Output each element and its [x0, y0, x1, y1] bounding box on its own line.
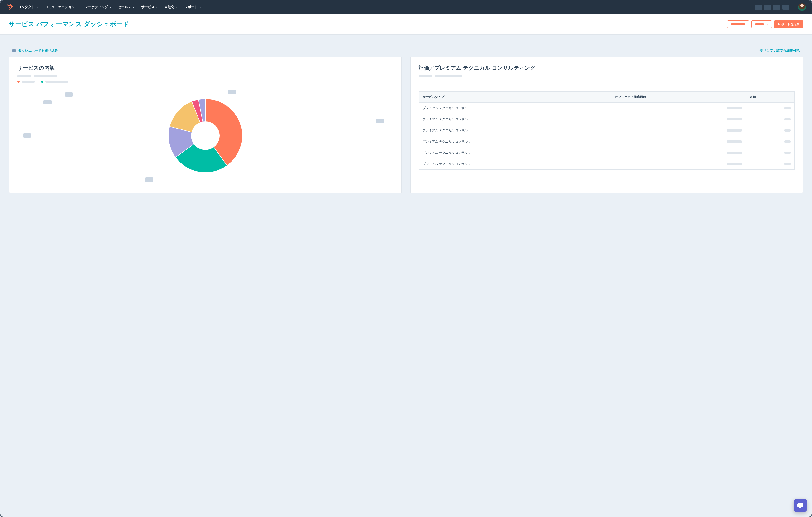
table-row[interactable]: プレミアム テクニカル コンサル... [419, 114, 795, 125]
nav-item-automation[interactable]: 自動化 [165, 5, 178, 9]
donut-chart[interactable] [166, 96, 244, 175]
page-title: サービス パフォーマンス ダッシュボード [8, 20, 129, 28]
nav-item-service[interactable]: サービス [141, 5, 158, 9]
chevron-down-icon [156, 7, 158, 8]
cell-created [611, 125, 746, 136]
legend-dot-icon [17, 81, 20, 83]
chevron-down-icon [76, 7, 78, 8]
chevron-down-icon [176, 7, 178, 8]
nav-label: コンタクト [18, 5, 35, 9]
chat-widget-button[interactable] [794, 499, 807, 512]
filter-dashboard-link[interactable]: ダッシュボードを絞り込み [12, 49, 58, 53]
cell-created [611, 103, 746, 114]
legend-item-1[interactable] [17, 81, 35, 83]
chart-callout-tag [65, 92, 73, 97]
topbar-action-2[interactable] [764, 4, 771, 10]
card-subtitle-skeleton [17, 75, 394, 77]
table-row[interactable]: プレミアム テクニカル コンサル... [419, 158, 795, 170]
svg-point-3 [9, 8, 10, 9]
cell-rating [746, 158, 795, 170]
table-row[interactable]: プレミアム テクニカル コンサル... [419, 136, 795, 147]
legend-dot-icon [41, 81, 44, 83]
header-outline-button-1[interactable] [727, 21, 749, 28]
rating-table: サービスタイプ オブジェクト作成日時 評価 プレミアム テクニカル コンサル..… [418, 91, 795, 170]
legend-label-skeleton [22, 81, 35, 83]
nav-item-reports[interactable]: レポート [184, 5, 201, 9]
card-service-breakdown: サービスの内訳 [9, 57, 402, 193]
nav-label: 自動化 [165, 5, 174, 9]
chevron-down-icon [766, 24, 768, 25]
svg-point-1 [10, 4, 11, 5]
filter-chip-icon [12, 49, 16, 52]
nav-label: マーケティング [85, 5, 108, 9]
cell-rating [746, 136, 795, 147]
nav-items: コンタクト コミュニケーション マーケティング セールス サービス 自動化 レポ… [18, 5, 201, 9]
nav-label: セールス [118, 5, 131, 9]
avatar[interactable] [798, 3, 806, 11]
table-row[interactable]: プレミアム テクニカル コンサル... [419, 125, 795, 136]
cell-service-type: プレミアム テクニカル コンサル... [419, 114, 611, 125]
cell-rating [746, 114, 795, 125]
cell-rating [746, 125, 795, 136]
filter-label: ダッシュボードを絞り込み [18, 49, 58, 53]
chat-icon [797, 503, 804, 508]
chevron-down-icon [133, 7, 135, 8]
chart-callout-tag [44, 100, 52, 104]
nav-item-marketing[interactable]: マーケティング [85, 5, 111, 9]
nav-label: コミュニケーション [45, 5, 75, 9]
nav-label: レポート [184, 5, 198, 9]
cell-service-type: プレミアム テクニカル コンサル... [419, 103, 611, 114]
cell-created [611, 136, 746, 147]
cell-service-type: プレミアム テクニカル コンサル... [419, 136, 611, 147]
nav-label: サービス [141, 5, 154, 9]
chart-callout-tag [228, 90, 236, 94]
card-subtitle-skeleton [418, 75, 795, 77]
card-title: サービスの内訳 [17, 64, 394, 71]
cell-service-type: プレミアム テクニカル コンサル... [419, 158, 611, 170]
donut-chart-container [17, 86, 394, 186]
legend-label-skeleton [46, 81, 68, 83]
nav-item-contacts[interactable]: コンタクト [18, 5, 38, 9]
chevron-down-icon [36, 7, 38, 8]
top-nav: コンタクト コミュニケーション マーケティング セールス サービス 自動化 レポ… [0, 0, 812, 14]
topbar-action-3[interactable] [773, 4, 780, 10]
cell-created [611, 114, 746, 125]
table-header-rating[interactable]: 評価 [746, 92, 795, 103]
content-area: ダッシュボードを絞り込み 割り当て：誰でも編集可能 サービスの内訳 [0, 35, 812, 517]
table-header-row: サービスタイプ オブジェクト作成日時 評価 [419, 92, 795, 103]
cell-created [611, 158, 746, 170]
nav-item-communication[interactable]: コミュニケーション [45, 5, 78, 9]
card-title: 評価／プレミアム テクニカル コンサルティング [418, 64, 795, 71]
cell-created [611, 147, 746, 158]
chevron-down-icon [199, 7, 201, 8]
header-dropdown-button[interactable] [751, 21, 772, 28]
chart-legend [17, 81, 394, 83]
table-header-service-type[interactable]: サービスタイプ [419, 92, 611, 103]
cell-service-type: プレミアム テクニカル コンサル... [419, 125, 611, 136]
header-actions: レポートを追加 [727, 21, 804, 28]
svg-line-5 [8, 5, 9, 6]
chevron-down-icon [109, 7, 111, 8]
cell-rating [746, 147, 795, 158]
chart-callout-tag [145, 178, 153, 182]
nav-item-sales[interactable]: セールス [118, 5, 135, 9]
assignment-link[interactable]: 割り当て：誰でも編集可能 [760, 49, 800, 53]
subheader-row: ダッシュボードを絞り込み 割り当て：誰でも編集可能 [12, 49, 800, 53]
cell-service-type: プレミアム テクニカル コンサル... [419, 147, 611, 158]
add-report-label: レポートを追加 [778, 22, 800, 26]
legend-item-2[interactable] [41, 81, 68, 83]
hubspot-logo-icon[interactable] [6, 4, 13, 10]
table-header-created[interactable]: オブジェクト作成日時 [611, 92, 746, 103]
chart-callout-tag [23, 133, 31, 138]
chart-callout-tag [376, 119, 384, 123]
table-row[interactable]: プレミアム テクニカル コンサル... [419, 103, 795, 114]
table-row[interactable]: プレミアム テクニカル コンサル... [419, 147, 795, 158]
add-report-button[interactable]: レポートを追加 [774, 21, 804, 28]
topbar-action-4[interactable] [782, 4, 789, 10]
card-rating-table: 評価／プレミアム テクニカル コンサルティング サービスタイプ オブジェクト作成… [410, 57, 803, 193]
top-right-actions [755, 3, 806, 11]
page-header: サービス パフォーマンス ダッシュボード レポートを追加 [0, 14, 812, 35]
cell-rating [746, 103, 795, 114]
topbar-action-1[interactable] [755, 4, 762, 10]
